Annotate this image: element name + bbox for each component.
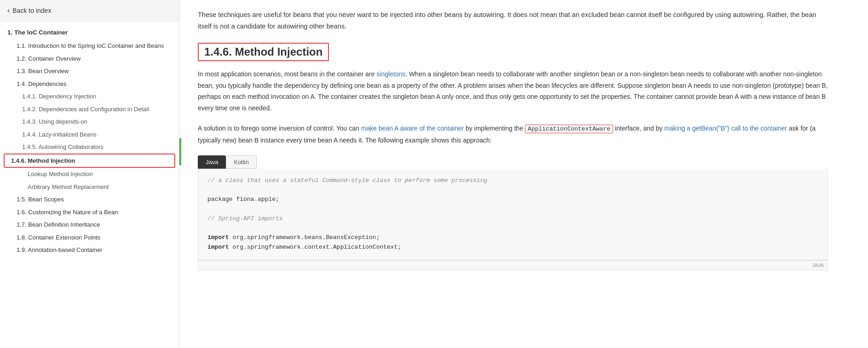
sidebar-item-1-8[interactable]: 1.8. Container Extension Points <box>4 231 175 244</box>
para2-middle: by implementing the <box>464 125 525 132</box>
code-line-comment-2: // Spring-API imports <box>207 214 818 224</box>
sidebar-item-1-1[interactable]: 1.1. Introduction to the Spring IoC Cont… <box>4 40 175 52</box>
code-line-blank-3 <box>207 224 818 234</box>
sidebar-item-1-4-2[interactable]: 1.4.2. Dependencies and Configuration in… <box>4 103 175 116</box>
get-bean-link[interactable]: making a getBean("B") call to the contai… <box>664 125 787 132</box>
para2-after: interface, and by <box>613 125 664 132</box>
code-label: JAVA <box>198 260 828 270</box>
sidebar-item-1-2[interactable]: 1.2. Container Overview <box>4 52 175 65</box>
container-aware-link[interactable]: make bean A aware of the container <box>361 125 464 132</box>
code-comment-2: // Spring-API imports <box>207 215 283 222</box>
paragraph-1: In most application scenarios, most bean… <box>198 68 828 114</box>
sidebar-item-1-6[interactable]: 1.6. Customizing the Nature of a Bean <box>4 206 175 219</box>
back-label: Back to index <box>12 7 51 14</box>
sidebar-item-1-4-4[interactable]: 1.4.4. Lazy-initialized Beans <box>4 128 175 141</box>
code-comment-1: // a class that uses a stateful Command-… <box>207 177 488 184</box>
sidebar-navigation: 1. The IoC Container 1.1. Introduction t… <box>0 22 179 262</box>
paragraph-2: A solution is to forego some inversion o… <box>198 123 828 146</box>
code-line-1: // a class that uses a stateful Command-… <box>207 176 818 186</box>
code-line-blank-1 <box>207 185 818 195</box>
keyword-import-1: import <box>207 234 229 241</box>
main-content: These techniques are useful for beans th… <box>179 0 868 348</box>
sidebar-item-1-4[interactable]: 1.4. Dependencies <box>4 78 175 91</box>
chevron-left-icon: ‹ <box>7 6 10 15</box>
application-context-aware-code: ApplicationContextAware <box>525 125 613 133</box>
sidebar-item-1-4-3[interactable]: 1.4.3. Using depends-on <box>4 115 175 128</box>
sidebar: ‹ Back to index 1. The IoC Container 1.1… <box>0 0 179 348</box>
intro-paragraph: These techniques are useful for beans th… <box>198 9 828 32</box>
code-tab-bar: Java Kotlin <box>198 155 828 169</box>
code-block: // a class that uses a stateful Command-… <box>198 169 828 260</box>
code-line-package: package fiona.apple; <box>207 195 818 205</box>
sidebar-item-1-5[interactable]: 1.5. Bean Scopes <box>4 193 175 206</box>
keyword-import-2: import <box>207 244 229 251</box>
section-heading: 1.4.6. Method Injection <box>198 43 329 61</box>
para2-before: A solution is to forego some inversion o… <box>198 125 361 132</box>
tab-kotlin[interactable]: Kotlin <box>226 155 257 169</box>
nav-section-1: 1. The IoC Container <box>4 27 175 38</box>
code-line-import-2: import org.springframework.context.Appli… <box>207 243 818 252</box>
sidebar-item-1-4-6[interactable]: 1.4.6. Method Injection <box>4 154 175 168</box>
singletons-link[interactable]: singletons <box>376 70 405 78</box>
tab-java[interactable]: Java <box>198 155 226 169</box>
back-to-index-link[interactable]: ‹ Back to index <box>0 0 179 22</box>
code-line-import-1: import org.springframework.beans.BeansEx… <box>207 233 818 243</box>
sidebar-item-1-3[interactable]: 1.3. Bean Overview <box>4 65 175 78</box>
sidebar-item-1-4-1[interactable]: 1.4.1. Dependency Injection <box>4 90 175 103</box>
content-area: These techniques are useful for beans th… <box>179 0 846 289</box>
sidebar-item-arbitrary[interactable]: Arbitrary Method Replacement <box>4 181 175 194</box>
sidebar-item-lookup[interactable]: Lookup Method Injection <box>4 168 175 181</box>
sidebar-item-1-9[interactable]: 1.9. Annotation-based Container <box>4 244 175 257</box>
sidebar-item-1-4-5[interactable]: 1.4.5. Autowiring Collaborators <box>4 141 175 154</box>
code-line-blank-2 <box>207 205 818 214</box>
sidebar-item-1-7[interactable]: 1.7. Bean Definition Inheritance <box>4 218 175 231</box>
